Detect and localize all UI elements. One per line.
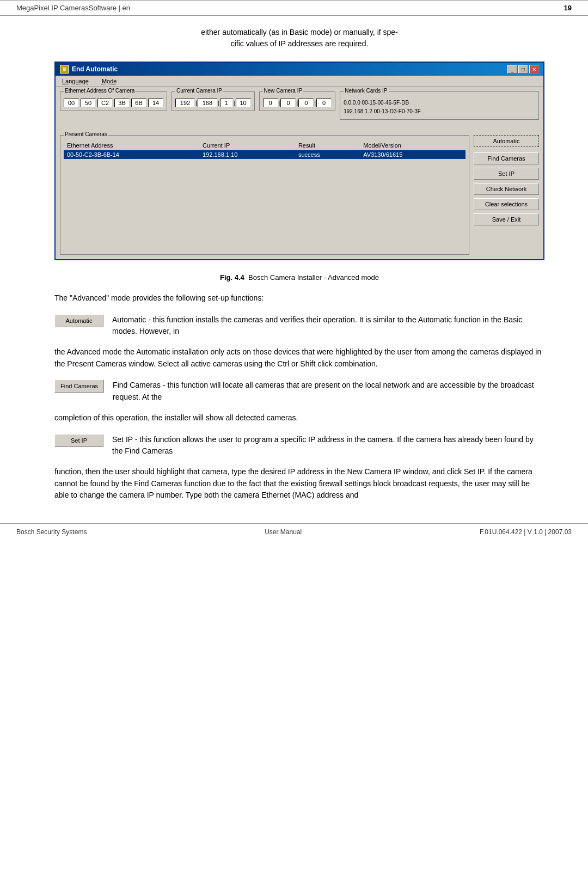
intro-text: either automatically (as in Basic mode) …: [54, 27, 544, 50]
automatic-desc-text: Automatic - this function installs the c…: [112, 315, 522, 336]
present-cameras-label: Present Cameras: [64, 131, 108, 137]
new-ip-2[interactable]: [298, 99, 314, 107]
eth-input-0[interactable]: [64, 99, 79, 107]
cameras-section: Present Cameras Ethernet Address Current…: [60, 135, 539, 255]
find-cameras-desc-text: Find Cameras - this function will locate…: [113, 381, 534, 401]
page-footer: Bosch Security Systems User Manual F.01U…: [0, 523, 588, 540]
dialog-body: Ethernet Address Of Camera Current Cam: [56, 87, 543, 259]
automatic-demo-button: Automatic: [54, 314, 103, 327]
fig-caption: Fig. 4.4 Bosch Camera Installer - Advanc…: [54, 273, 544, 282]
set-ip-desc-text: Set IP - this function allows the user t…: [112, 435, 534, 456]
current-ip-0[interactable]: [175, 99, 195, 107]
find-cameras-continuation: completion of this operation, the instal…: [54, 412, 544, 424]
set-ip-continuation: function, then the user should highlight…: [54, 466, 544, 501]
restore-button[interactable]: □: [518, 65, 528, 74]
col-result: Result: [295, 141, 360, 150]
close-button[interactable]: ✕: [529, 65, 539, 74]
ethernet-group: Ethernet Address Of Camera: [60, 91, 167, 111]
eth-input-2[interactable]: [97, 99, 113, 107]
page-container: MegaPixel IP CamerasSoftware | en 19 eit…: [0, 0, 588, 881]
network-card-line-1: 192.168.1.2 00-13-D3-F0-70-3F: [344, 107, 535, 116]
dialog-icon: 🖥: [60, 65, 69, 74]
row-model: AV3130/61615: [360, 150, 465, 160]
footer-left: Bosch Security Systems: [16, 528, 87, 536]
fig-label: Fig. 4.4: [220, 273, 244, 282]
col-model: Model/Version: [360, 141, 465, 150]
ethernet-inputs: [64, 99, 163, 107]
function-block-set-ip: Set IP Set IP - this function allows the…: [54, 434, 544, 457]
current-ip-inputs: | | |: [175, 99, 251, 107]
main-content: either automatically (as in Basic mode) …: [0, 27, 588, 501]
header-page-number: 19: [564, 4, 572, 12]
new-ip-0[interactable]: [263, 99, 278, 107]
table-row[interactable]: 00-50-C2-3B-6B-14 192.168.1.10 success A…: [64, 150, 465, 160]
new-ip-group: New Camera IP | | |: [259, 91, 336, 111]
function-block-automatic: Automatic Automatic - this function inst…: [54, 314, 544, 338]
find-cameras-button[interactable]: Find Cameras: [474, 152, 539, 164]
current-ip-group: Current Camera IP | | |: [171, 91, 255, 111]
new-ip-3[interactable]: [316, 99, 332, 107]
find-cameras-description: Find Cameras - this function will locate…: [113, 380, 544, 403]
current-ip-3[interactable]: [236, 99, 251, 107]
automatic-continuation: the Advanced mode the Automatic installa…: [54, 346, 544, 370]
network-cards-text: 0.0.0.0 00-15-00-46-5F-DB 192.168.1.2 00…: [344, 99, 535, 116]
dialog-box: 🖥 End Automatic _ □ ✕ Language Mode: [54, 62, 544, 260]
function-block-find-cameras: Find Cameras Find Cameras - this functio…: [54, 380, 544, 403]
eth-input-4[interactable]: [131, 99, 146, 107]
titlebar-left: 🖥 End Automatic: [60, 65, 118, 74]
set-ip-button[interactable]: Set IP: [474, 168, 539, 180]
fig-text: Bosch Camera Installer - Advanced mode: [248, 273, 379, 282]
row-ethernet: 00-50-C2-3B-6B-14: [64, 150, 199, 160]
network-cards-group: Network Cards IP 0.0.0.0 00-15-00-46-5F-…: [340, 91, 539, 120]
minimize-button[interactable]: _: [507, 65, 517, 74]
eth-input-3[interactable]: [114, 99, 130, 107]
section-intro-text: The "Advanced" mode provides the followi…: [54, 292, 544, 304]
menu-language[interactable]: Language: [60, 77, 91, 85]
find-cameras-demo-button: Find Cameras: [54, 380, 104, 393]
new-ip-1[interactable]: [280, 99, 296, 107]
row-result: success: [295, 150, 360, 160]
new-ip-label: New Camera IP: [263, 88, 304, 94]
eth-input-5[interactable]: [148, 99, 163, 107]
network-cards-label: Network Cards IP: [344, 88, 388, 94]
current-ip-1[interactable]: [198, 99, 217, 107]
row-ip: 192.168.1.10: [199, 150, 295, 160]
automatic-button[interactable]: Automatic: [474, 135, 539, 147]
network-card-line-0: 0.0.0.0 00-15-00-46-5F-DB: [344, 99, 535, 107]
header-title: MegaPixel IP CamerasSoftware | en: [16, 4, 130, 12]
footer-center: User Manual: [265, 528, 302, 536]
col-ethernet: Ethernet Address: [64, 141, 199, 150]
field-row-top: Ethernet Address Of Camera Current Cam: [60, 91, 539, 120]
clear-selections-button[interactable]: Clear selections: [474, 198, 539, 210]
automatic-description: Automatic - this function installs the c…: [112, 314, 544, 338]
ethernet-label: Ethernet Address Of Camera: [64, 88, 136, 94]
dialog-menubar: Language Mode: [56, 76, 543, 87]
present-cameras-area: Present Cameras Ethernet Address Current…: [60, 135, 469, 255]
current-ip-label: Current Camera IP: [175, 88, 223, 94]
eth-input-1[interactable]: [81, 99, 96, 107]
window-controls: _ □ ✕: [507, 65, 539, 74]
save-exit-button[interactable]: Save / Exit: [474, 213, 539, 225]
set-ip-demo-button: Set IP: [54, 434, 103, 447]
cameras-table: Ethernet Address Current IP Result Model…: [64, 141, 465, 159]
col-ip: Current IP: [199, 141, 295, 150]
check-network-button[interactable]: Check Network: [474, 183, 539, 195]
dialog-titlebar: 🖥 End Automatic _ □ ✕: [56, 63, 543, 76]
menu-mode[interactable]: Mode: [100, 77, 119, 85]
spacer: [60, 124, 539, 131]
new-ip-inputs: | | |: [263, 99, 332, 107]
buttons-area: Automatic Find Cameras Set IP Check Netw…: [474, 135, 539, 255]
page-header: MegaPixel IP CamerasSoftware | en 19: [0, 0, 588, 16]
current-ip-2[interactable]: [220, 99, 233, 107]
dialog-title: End Automatic: [72, 65, 118, 73]
set-ip-description: Set IP - this function allows the user t…: [112, 434, 544, 457]
footer-right: F.01U.064.422 | V 1.0 | 2007.03: [480, 528, 572, 536]
